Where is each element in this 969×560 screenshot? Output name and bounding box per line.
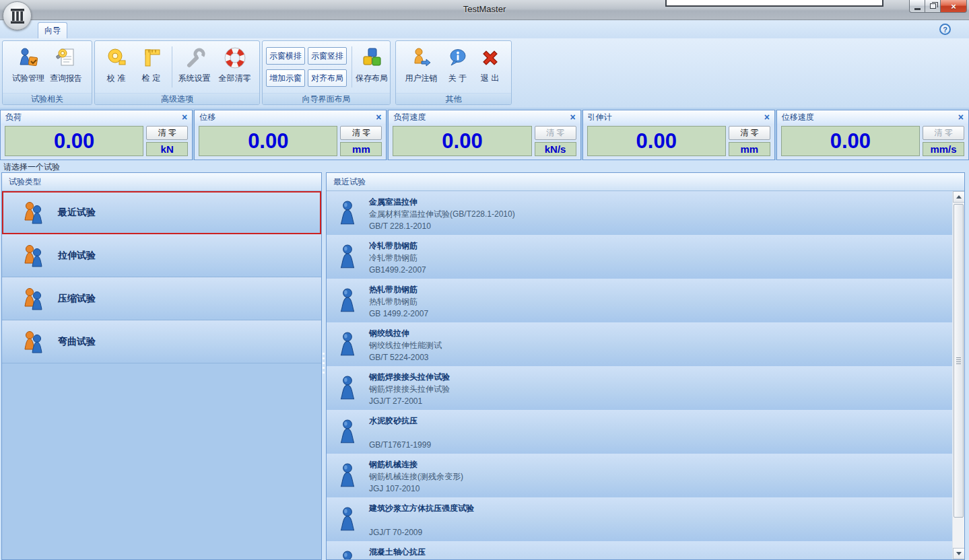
test-type-item[interactable]: 弯曲试验 bbox=[2, 320, 321, 363]
meter-value: 0.00 bbox=[5, 126, 143, 156]
meter-value: 0.00 bbox=[393, 126, 531, 156]
meter-clear-button[interactable]: 清 零 bbox=[535, 126, 576, 140]
meter-close-icon[interactable]: × bbox=[376, 112, 381, 122]
about-button[interactable]: 关 于 bbox=[442, 44, 474, 90]
meter-clear-button[interactable]: 清 零 bbox=[340, 126, 382, 140]
test-type-panel: 试验类型 最近试验 拉伸试验 bbox=[1, 172, 322, 560]
scrollbar-thumb[interactable] bbox=[954, 204, 964, 518]
test-pawn-icon bbox=[338, 376, 357, 401]
recent-test-subtitle: 冷轧带肋钢筋 bbox=[369, 252, 426, 264]
recent-test-title: 冷轧带肋钢筋 bbox=[369, 240, 426, 252]
recent-test-item[interactable]: 热轧带肋钢筋 热轧带肋钢筋 GB 1499.2-2007 bbox=[327, 279, 952, 322]
recent-test-item[interactable]: 钢筋焊接接头拉伸试验 钢筋焊接接头拉伸试验 JGJ/T 27-2001 bbox=[327, 366, 952, 410]
meter-value: 0.00 bbox=[587, 126, 726, 156]
help-button[interactable]: ? bbox=[939, 24, 951, 35]
scrollbar-grip-icon bbox=[956, 357, 961, 364]
test-type-header: 试验类型 bbox=[2, 173, 321, 191]
meter-close-icon[interactable]: × bbox=[958, 112, 964, 122]
save-layout-button[interactable]: 保存布局 bbox=[355, 44, 389, 90]
exit-icon bbox=[479, 47, 501, 69]
recent-tests-header: 最近试验 bbox=[327, 173, 964, 191]
calibrate-label: 校 准 bbox=[107, 73, 125, 84]
app-logo-icon bbox=[9, 7, 26, 25]
user-logout-button[interactable]: 用户注销 bbox=[401, 44, 442, 90]
test-group-icon bbox=[20, 242, 47, 269]
group-label-advanced: 高级选项 bbox=[95, 93, 259, 104]
close-icon: × bbox=[951, 2, 956, 11]
scroll-down-button[interactable] bbox=[953, 548, 965, 559]
recent-test-item[interactable]: 金属室温拉伸 金属材料室温拉伸试验(GB/T228.1-2010) GB/T 2… bbox=[327, 191, 952, 235]
recent-test-title: 混凝土轴心抗压 bbox=[369, 546, 426, 558]
meter-close-icon[interactable]: × bbox=[764, 112, 770, 122]
recent-test-item[interactable]: 冷轧带肋钢筋 冷轧带肋钢筋 GB1499.2-2007 bbox=[327, 235, 952, 279]
test-type-label: 最近试验 bbox=[58, 207, 96, 219]
meter-clear-button[interactable]: 清 零 bbox=[146, 126, 188, 140]
meter-title: 引伸计 bbox=[588, 112, 612, 123]
test-group-icon bbox=[20, 199, 47, 226]
tab-wizard[interactable]: 向导 bbox=[38, 22, 67, 38]
recent-test-standard: GB 1499.2-2007 bbox=[369, 308, 428, 320]
recent-tests-list: 金属室温拉伸 金属材料室温拉伸试验(GB/T228.1-2010) GB/T 2… bbox=[327, 191, 952, 559]
meter-clear-button[interactable]: 清 零 bbox=[729, 126, 770, 140]
exit-button[interactable]: 退 出 bbox=[474, 44, 506, 90]
meter-clear-button[interactable]: 清 零 bbox=[923, 126, 964, 140]
meter-close-icon[interactable]: × bbox=[570, 112, 575, 122]
clear-all-button[interactable]: 全部清零 bbox=[214, 44, 256, 90]
recent-test-standard: GB/T17671-1999 bbox=[369, 439, 431, 451]
recent-test-item[interactable]: 建筑沙浆立方体抗压强度试验 JGJ/T 70-2009 bbox=[327, 497, 952, 541]
query-report-button[interactable]: 查询报告 bbox=[47, 44, 85, 90]
test-type-label: 拉伸试验 bbox=[58, 250, 96, 262]
test-type-item[interactable]: 拉伸试验 bbox=[2, 234, 321, 277]
save-layout-icon bbox=[361, 47, 382, 69]
windows-horizontal-button[interactable]: 示窗横排 bbox=[266, 47, 305, 65]
recent-test-subtitle: 金属材料室温拉伸试验(GB/T228.1-2010) bbox=[369, 208, 515, 220]
scroll-up-button[interactable] bbox=[953, 191, 965, 203]
meter-title: 位移速度 bbox=[782, 112, 814, 123]
meter-unit: mm bbox=[340, 142, 382, 156]
recent-test-title: 钢筋焊接接头拉伸试验 bbox=[369, 371, 450, 383]
close-button[interactable]: × bbox=[940, 0, 967, 13]
vertical-scrollbar[interactable] bbox=[952, 191, 964, 559]
group-separator bbox=[172, 46, 172, 88]
app-menu-button[interactable] bbox=[3, 1, 32, 30]
meter-panel: 位移速度 × 0.00 清 零 mm/s bbox=[776, 110, 969, 160]
verify-icon bbox=[141, 47, 162, 69]
recent-test-standard: GB/T 5224-2003 bbox=[369, 351, 442, 363]
test-type-item[interactable]: 最近试验 bbox=[2, 191, 321, 234]
test-pawn-icon bbox=[338, 332, 357, 357]
test-pawn-icon bbox=[338, 463, 357, 489]
recent-test-item[interactable]: 钢筋机械连接 钢筋机械连接(测残余变形) JGJ 107-2010 bbox=[327, 454, 952, 497]
recent-test-title: 钢绞线拉伸 bbox=[369, 327, 442, 339]
recent-test-item[interactable]: 钢绞线拉伸 钢绞线拉伸性能测试 GB/T 5224-2003 bbox=[327, 322, 952, 366]
test-type-item[interactable]: 压缩试验 bbox=[2, 277, 321, 320]
restore-button[interactable] bbox=[925, 0, 941, 13]
minimize-button[interactable] bbox=[909, 0, 925, 13]
save-layout-label: 保存布局 bbox=[356, 73, 388, 84]
meter-close-icon[interactable]: × bbox=[182, 112, 187, 122]
group-label-other: 其他 bbox=[396, 93, 511, 104]
meters-row: 负荷 × 0.00 清 零 kN 位移 × 0.00 清 零 mm bbox=[0, 110, 969, 160]
recent-test-title: 钢筋机械连接 bbox=[369, 458, 463, 470]
test-type-label: 压缩试验 bbox=[58, 293, 96, 305]
recent-test-item[interactable]: 混凝土轴心抗压 bbox=[327, 541, 952, 559]
clear-all-icon bbox=[224, 47, 246, 69]
windows-vertical-button[interactable]: 示窗竖排 bbox=[308, 47, 347, 65]
test-manage-label: 试验管理 bbox=[12, 73, 44, 84]
recent-test-standard: JGJ/T 70-2009 bbox=[369, 526, 474, 538]
test-pawn-icon bbox=[338, 419, 357, 445]
about-icon bbox=[447, 47, 469, 69]
system-settings-button[interactable]: 系统设置 bbox=[175, 44, 214, 90]
recent-test-subtitle: 钢筋焊接接头拉伸试验 bbox=[369, 383, 450, 395]
test-manage-button[interactable]: 试验管理 bbox=[9, 44, 47, 90]
recent-test-item[interactable]: 水泥胶砂抗压 GB/T17671-1999 bbox=[327, 410, 952, 454]
recent-test-standard: JGJ 107-2010 bbox=[369, 483, 463, 495]
verify-button[interactable]: 检 定 bbox=[134, 44, 169, 90]
meter-title: 负荷速度 bbox=[393, 112, 426, 123]
test-pawn-icon bbox=[338, 507, 357, 532]
add-window-button[interactable]: 增加示窗 bbox=[266, 69, 305, 87]
calibrate-button[interactable]: 校 准 bbox=[99, 44, 134, 90]
clear-all-label: 全部清零 bbox=[219, 73, 251, 84]
meter-unit: mm bbox=[729, 142, 770, 156]
recent-tests-panel: 最近试验 金属室温拉伸 金属材料室温拉伸试验(GB/T228.1-2010) bbox=[326, 172, 965, 560]
align-layout-button[interactable]: 对齐布局 bbox=[308, 69, 347, 87]
